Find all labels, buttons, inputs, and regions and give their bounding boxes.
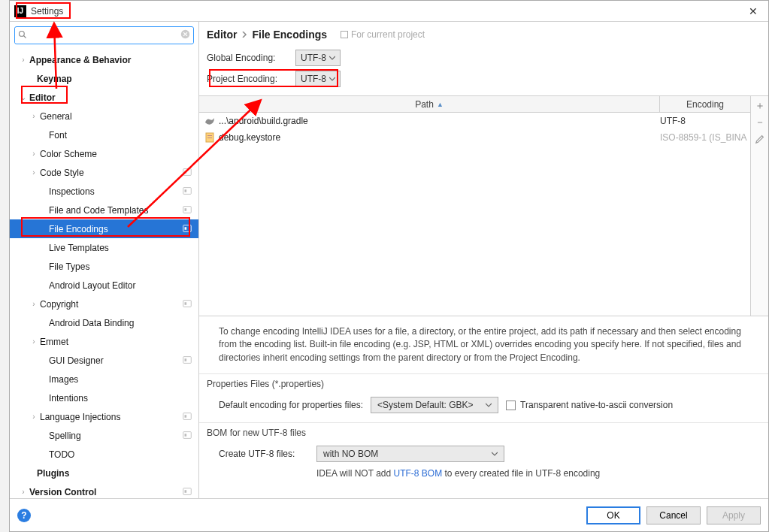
sidebar-item-label: Editor xyxy=(29,92,198,103)
sidebar-item-plugins[interactable]: Plugins xyxy=(10,464,198,482)
col-path[interactable]: Path ▲ xyxy=(199,96,660,112)
sidebar-item-appearance-behavior[interactable]: ›Appearance & Behavior xyxy=(10,50,198,69)
col-encoding[interactable]: Encoding xyxy=(660,96,750,112)
sidebar-item-todo[interactable]: TODO xyxy=(10,445,198,464)
bom-section-title: BOM for new UTF-8 files xyxy=(199,422,768,441)
svg-rect-6 xyxy=(185,171,187,174)
project-encoding-combobox[interactable]: UTF-8 xyxy=(295,71,341,87)
cancel-button[interactable]: Cancel xyxy=(646,506,701,524)
settings-tree[interactable]: ›Appearance & BehaviorKeymap⌄Editor›Gene… xyxy=(10,49,198,498)
encoding-table: Path ▲ Encoding ...\android\build.gradle… xyxy=(199,95,768,316)
sidebar-item-version-control[interactable]: ›Version Control xyxy=(10,482,198,498)
project-encoding-label: Project Encoding: xyxy=(207,74,289,84)
svg-rect-9 xyxy=(183,206,192,213)
sidebar-item-label: Copyright xyxy=(40,299,182,310)
settings-window: IJ Settings ✕ ›Appearance & BehaviorKeym… xyxy=(9,0,769,532)
sidebar: ›Appearance & BehaviorKeymap⌄Editor›Gene… xyxy=(10,22,199,498)
svg-rect-7 xyxy=(183,187,192,194)
sidebar-item-label: Live Templates xyxy=(49,243,198,253)
sidebar-item-live-templates[interactable]: Live Templates xyxy=(10,238,198,257)
sidebar-item-code-style[interactable]: ›Code Style xyxy=(10,163,198,182)
sidebar-item-label: Appearance & Behavior xyxy=(29,55,198,65)
sidebar-item-android-data-binding[interactable]: Android Data Binding xyxy=(10,313,198,332)
table-tools: ＋ － xyxy=(750,96,768,316)
svg-rect-11 xyxy=(183,225,192,231)
search-input[interactable] xyxy=(15,28,193,43)
sidebar-item-label: Emmet xyxy=(40,337,198,347)
svg-rect-10 xyxy=(185,208,187,211)
sidebar-item-label: File Encodings xyxy=(49,224,182,234)
sidebar-item-general[interactable]: ›General xyxy=(10,107,198,125)
search-icon xyxy=(18,30,27,41)
properties-default-combobox[interactable]: <System Default: GBK> xyxy=(371,397,498,413)
checkbox-icon xyxy=(506,401,516,410)
project-scope-icon xyxy=(182,223,194,235)
bom-create-row: Create UTF-8 files: with NO BOM xyxy=(219,444,749,464)
clear-search-icon[interactable] xyxy=(180,29,190,41)
sidebar-item-font[interactable]: Font xyxy=(10,125,198,144)
project-scope-icon xyxy=(182,204,194,216)
properties-default-label: Default encoding for properties files: xyxy=(219,400,363,410)
properties-default-row: Default encoding for properties files: <… xyxy=(219,395,749,415)
breadcrumb-file-encodings: File Encodings xyxy=(252,29,327,41)
sidebar-item-file-encodings[interactable]: File Encodings xyxy=(10,219,198,238)
table-row[interactable]: ...\android\build.gradleUTF-8 xyxy=(199,113,750,129)
transparent-checkbox[interactable]: Transparent native-to-ascii conversion xyxy=(506,400,673,410)
sidebar-item-label: Spelling xyxy=(49,431,182,441)
sidebar-item-language-injections[interactable]: ›Language Injections xyxy=(10,407,198,426)
search-field[interactable] xyxy=(14,26,194,44)
titlebar: IJ Settings ✕ xyxy=(10,1,768,22)
sidebar-item-file-types[interactable]: File Types xyxy=(10,257,198,276)
file-encoding: UTF-8 xyxy=(660,116,750,126)
sidebar-item-color-scheme[interactable]: ›Color Scheme xyxy=(10,144,198,163)
chevron-right-icon xyxy=(241,32,247,38)
sidebar-item-label: Color Scheme xyxy=(40,149,198,159)
project-scope-icon xyxy=(182,411,194,423)
edit-row-icon[interactable] xyxy=(753,132,767,146)
sidebar-item-file-and-code-templates[interactable]: File and Code Templates xyxy=(10,201,198,219)
chevron-down-icon xyxy=(329,55,335,61)
sidebar-item-label: Inspections xyxy=(49,186,182,197)
svg-line-1 xyxy=(24,35,26,38)
encoding-help-text: To change encoding IntelliJ IDEA uses fo… xyxy=(199,316,768,373)
svg-rect-12 xyxy=(185,227,187,230)
sidebar-item-spelling[interactable]: Spelling xyxy=(10,426,198,445)
sort-asc-icon: ▲ xyxy=(437,101,444,108)
sidebar-item-copyright[interactable]: ›Copyright xyxy=(10,295,198,313)
table-row[interactable]: debug.keystoreISO-8859-1 (IS_BINA xyxy=(199,129,750,146)
chevron-down-icon xyxy=(486,402,492,408)
sidebar-item-images[interactable]: Images xyxy=(10,370,198,388)
sidebar-item-editor[interactable]: ⌄Editor xyxy=(10,88,198,107)
breadcrumb-editor[interactable]: Editor xyxy=(207,29,237,41)
sidebar-item-gui-designer[interactable]: GUI Designer xyxy=(10,351,198,370)
close-icon[interactable]: ✕ xyxy=(743,1,764,22)
add-row-icon[interactable]: ＋ xyxy=(753,99,767,113)
window-title: Settings xyxy=(31,6,63,17)
sidebar-item-inspections[interactable]: Inspections xyxy=(10,182,198,201)
current-project-note: For current project xyxy=(341,29,425,40)
app-icon: IJ xyxy=(14,5,26,17)
remove-row-icon[interactable]: － xyxy=(753,116,767,129)
bom-note: IDEA will NOT add UTF-8 BOM to every cre… xyxy=(316,468,749,479)
apply-button[interactable]: Apply xyxy=(707,506,761,524)
sidebar-item-label: Plugins xyxy=(37,468,198,479)
sidebar-item-android-layout-editor[interactable]: Android Layout Editor xyxy=(10,276,198,295)
chevron-down-icon: ⌄ xyxy=(17,93,29,101)
ok-button[interactable]: OK xyxy=(586,506,640,524)
global-encoding-combobox[interactable]: UTF-8 xyxy=(295,50,341,66)
utf8-bom-link[interactable]: UTF-8 BOM xyxy=(393,468,442,479)
help-icon[interactable]: ? xyxy=(17,509,31,522)
file-encoding: ISO-8859-1 (IS_BINA xyxy=(660,132,750,143)
sidebar-item-intentions[interactable]: Intentions xyxy=(10,388,198,407)
file-path: debug.keystore xyxy=(219,132,280,143)
sidebar-item-keymap[interactable]: Keymap xyxy=(10,69,198,88)
bom-create-combobox[interactable]: with NO BOM xyxy=(316,446,504,462)
project-scope-icon xyxy=(182,430,194,442)
sidebar-item-label: File Types xyxy=(49,261,198,272)
sidebar-item-label: File and Code Templates xyxy=(49,205,182,216)
svg-rect-18 xyxy=(185,415,187,418)
svg-rect-8 xyxy=(185,189,187,192)
sidebar-item-label: TODO xyxy=(49,449,198,460)
svg-point-0 xyxy=(20,31,25,36)
sidebar-item-emmet[interactable]: ›Emmet xyxy=(10,332,198,351)
